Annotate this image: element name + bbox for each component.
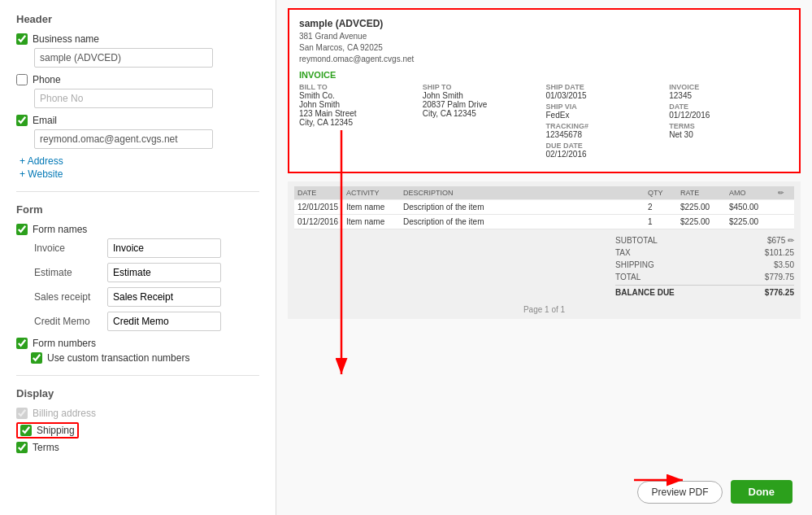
- tax-row: TAX $101.25: [615, 247, 794, 259]
- use-custom-checkbox[interactable]: [31, 352, 42, 364]
- total-label: TOTAL: [615, 273, 640, 282]
- invoice-page: Page 1 of 1: [294, 305, 794, 314]
- row2-activity: Item name: [346, 217, 403, 226]
- shipping-checkbox[interactable]: [20, 425, 32, 436]
- add-address-link[interactable]: + Address: [20, 155, 259, 167]
- invoice-label: INVOICE: [299, 70, 789, 80]
- due-date-value: 02/12/2016: [546, 150, 667, 159]
- shipping-total-label: SHIPPING: [615, 260, 654, 269]
- business-name-input[interactable]: [34, 48, 213, 68]
- tracking-label: TRACKING#: [546, 122, 667, 130]
- ship-to-contact: John Smith: [423, 91, 543, 100]
- form-fields-container: Invoice Estimate Sales receipt Credit Me…: [16, 238, 259, 331]
- form-names-checkbox[interactable]: [16, 224, 28, 235]
- bill-to-label: BILL TO: [299, 83, 419, 91]
- col-amount: AMO: [729, 189, 778, 197]
- invoice-field-input[interactable]: [107, 238, 221, 258]
- email-field-group: Email: [16, 115, 259, 149]
- invoice-num-block: INVOICE 12345 DATE 01/12/2016 TERMS Net …: [669, 83, 789, 159]
- terms-label: Terms: [33, 442, 59, 453]
- phone-field-group: Phone: [16, 74, 259, 108]
- balance-due-row: BALANCE DUE $776.25: [615, 285, 794, 299]
- ship-to-block: SHIP TO John Smith 20837 Palm Drive City…: [423, 83, 543, 159]
- phone-checkbox-row: Phone: [16, 74, 259, 85]
- ship-to-addr1: 20837 Palm Drive: [423, 100, 543, 109]
- done-button[interactable]: Done: [731, 480, 793, 504]
- row2-description: Description of the item: [403, 217, 648, 226]
- invoice-company-name: sample (ADVCED): [299, 18, 789, 29]
- shipping-highlighted-row: Shipping: [16, 422, 79, 439]
- invoice-address: 381 Grand Avenue San Marcos, CA 92025 re…: [299, 31, 789, 65]
- ship-to-city: City, CA 12345: [423, 109, 543, 118]
- billing-address-checkbox: [16, 408, 28, 419]
- preview-pdf-button[interactable]: Preview PDF: [637, 481, 722, 504]
- tracking-value: 12345678: [546, 130, 667, 139]
- form-row-credit-memo: Credit Memo: [34, 312, 259, 331]
- col-activity: ACTIVITY: [346, 189, 403, 197]
- terms-checkbox[interactable]: [16, 442, 28, 453]
- due-date-label: DUE DATE: [546, 142, 667, 150]
- col-rate: RATE: [680, 189, 729, 197]
- email-checkbox[interactable]: [16, 115, 28, 126]
- use-custom-label: Use custom transaction numbers: [47, 352, 189, 364]
- phone-checkbox[interactable]: [16, 74, 28, 85]
- terms-label: TERMS: [669, 122, 789, 130]
- invoice-table-area: DATE ACTIVITY DESCRIPTION QTY RATE AMO ✏…: [288, 181, 801, 319]
- table-row: 01/12/2016 Item name Description of the …: [294, 215, 794, 229]
- date-value: 01/12/2016: [669, 111, 789, 120]
- bill-to-name: Smith Co.: [299, 91, 419, 100]
- business-name-field-group: Business name: [16, 33, 259, 68]
- form-numbers-checkbox[interactable]: [16, 338, 28, 349]
- invoice-totals: SUBTOTAL $675 ✏ TAX $101.25 SHIPPING $3.…: [294, 234, 794, 299]
- col-qty: QTY: [648, 189, 680, 197]
- shipping-row: Shipping: [16, 422, 259, 439]
- row2-rate: $225.00: [680, 217, 729, 226]
- row1-amount: $450.00: [729, 203, 778, 212]
- row2-edit: [778, 217, 791, 226]
- table-row: 12/01/2015 Item name Description of the …: [294, 200, 794, 215]
- business-name-checkbox[interactable]: [16, 33, 28, 45]
- add-website-link[interactable]: + Website: [20, 168, 259, 180]
- divider-1: [16, 191, 259, 192]
- row1-date: 12/01/2015: [297, 203, 346, 212]
- shipping-label: Shipping: [37, 425, 75, 436]
- sales-receipt-field-input[interactable]: [107, 287, 221, 307]
- form-section-title: Form: [16, 203, 259, 216]
- phone-input[interactable]: [34, 89, 213, 108]
- ship-via-label: SHIP VIA: [546, 103, 667, 111]
- col-date: DATE: [297, 189, 346, 197]
- business-name-checkbox-row: Business name: [16, 33, 259, 45]
- bill-to-block: BILL TO Smith Co. John Smith 123 Main St…: [299, 83, 419, 159]
- invoice-table-header: DATE ACTIVITY DESCRIPTION QTY RATE AMO ✏: [294, 186, 794, 199]
- invoice-num-value: 12345: [669, 91, 789, 100]
- estimate-field-input[interactable]: [107, 263, 221, 282]
- col-description: DESCRIPTION: [403, 189, 648, 197]
- invoice-num-label: INVOICE: [669, 83, 789, 91]
- tax-label: TAX: [615, 248, 631, 257]
- balance-due-value: $776.25: [765, 288, 794, 297]
- terms-value: Net 30: [669, 130, 789, 139]
- row2-qty: 1: [648, 217, 680, 226]
- billing-address-label: Billing address: [33, 408, 96, 419]
- invoice-addr-line1: 381 Grand Avenue: [299, 32, 367, 41]
- balance-due-label: BALANCE DUE: [615, 288, 675, 297]
- row1-activity: Item name: [346, 203, 403, 212]
- form-names-label: Form names: [33, 224, 87, 235]
- form-numbers-checkbox-row: Form numbers: [16, 338, 259, 349]
- invoice-addr-line2: San Marcos, CA 92025: [299, 43, 383, 52]
- ship-date-label: SHIP DATE: [546, 83, 667, 91]
- left-panel: Header Business name Phone: [0, 0, 276, 515]
- total-value: $779.75: [765, 273, 794, 282]
- shipping-total-row: SHIPPING $3.50: [615, 259, 794, 271]
- tax-value: $101.25: [765, 248, 794, 257]
- form-names-checkbox-row: Form names: [16, 224, 259, 235]
- email-checkbox-row: Email: [16, 115, 259, 126]
- row1-edit: [778, 203, 791, 212]
- total-row: TOTAL $779.75: [615, 271, 794, 283]
- credit-memo-field-input[interactable]: [107, 312, 221, 331]
- phone-label: Phone: [33, 74, 61, 85]
- invoice-email: reymond.omac@agent.cvgs.net: [299, 55, 414, 63]
- email-input[interactable]: [34, 129, 213, 149]
- invoice-preview: sample (ADVCED) 381 Grand Avenue San Mar…: [288, 8, 801, 173]
- bottom-bar: Preview PDF Done: [288, 474, 801, 507]
